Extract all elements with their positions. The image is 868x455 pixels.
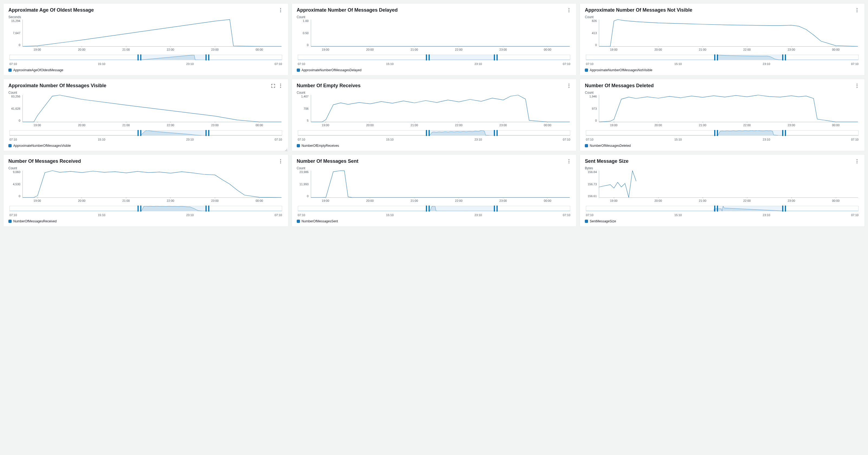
overview-handle[interactable] xyxy=(714,55,715,60)
x-tick-label: 23:00 xyxy=(787,47,795,52)
overview-handle[interactable] xyxy=(426,206,427,212)
overview-handle[interactable] xyxy=(782,130,783,136)
overview-handle[interactable] xyxy=(785,206,786,212)
time-range-overview[interactable] xyxy=(298,130,570,136)
overview-handle[interactable] xyxy=(714,206,715,212)
overview-tick-label: 23:10 xyxy=(763,213,770,217)
overview-handle[interactable] xyxy=(497,206,498,212)
overview-handle[interactable] xyxy=(429,55,430,60)
time-range-overview[interactable] xyxy=(586,130,859,136)
more-menu-icon[interactable] xyxy=(566,159,571,164)
chart-plot-area[interactable]: 1.000.500 19:0020:0021:0022:0023:0000:00 xyxy=(297,20,571,52)
legend-label: NumberOfMessagesReceived xyxy=(13,219,57,223)
chart-legend[interactable]: NumberOfMessagesSent xyxy=(297,219,571,223)
y-tick-label: 7,647 xyxy=(9,32,21,35)
x-tick-label: 19:00 xyxy=(610,47,618,52)
more-menu-icon[interactable] xyxy=(278,84,283,88)
more-menu-icon[interactable] xyxy=(278,8,283,13)
x-tick-label: 22:00 xyxy=(167,47,174,52)
more-menu-icon[interactable] xyxy=(278,159,283,164)
y-tick-label: 0 xyxy=(585,43,598,47)
chart-plot-area[interactable]: 1,9469730 19:0020:0021:0022:0023:0000:00 xyxy=(585,95,860,127)
overview-handle[interactable] xyxy=(208,130,209,136)
x-tick-label: 21:00 xyxy=(699,198,706,203)
overview-ticks: 07:1015:1023:1007:10 xyxy=(9,213,282,217)
overview-tick-label: 07:10 xyxy=(298,138,305,141)
overview-handle[interactable] xyxy=(714,130,715,136)
y-tick-label: 0 xyxy=(9,195,21,198)
overview-tick-label: 15:10 xyxy=(675,62,682,65)
chart-legend[interactable]: NumberOfMessagesDeleted xyxy=(585,144,860,148)
chart-plot-area[interactable]: 156.84156.73156.61 19:0020:0021:0022:002… xyxy=(585,171,860,203)
overview-handle[interactable] xyxy=(785,55,786,60)
chart-legend[interactable]: ApproximateNumberOfMessagesNotVisible xyxy=(585,68,860,72)
time-range-overview[interactable] xyxy=(9,206,282,211)
overview-handle[interactable] xyxy=(494,130,495,136)
overview-handle[interactable] xyxy=(137,206,138,212)
overview-handle[interactable] xyxy=(494,55,495,60)
chart-plot-area[interactable]: 15,2947,6470 19:0020:0021:0022:0023:0000… xyxy=(9,20,283,52)
more-menu-icon[interactable] xyxy=(566,84,571,88)
overview-handle[interactable] xyxy=(429,130,430,136)
overview-handle[interactable] xyxy=(140,55,141,60)
overview-handle[interactable] xyxy=(206,55,207,60)
overview-handle[interactable] xyxy=(208,55,209,60)
overview-tick-label: 07:10 xyxy=(275,138,282,141)
more-menu-icon[interactable] xyxy=(855,84,860,88)
time-range-overview[interactable] xyxy=(298,206,570,211)
chart-plot-area[interactable]: 83,25641,6280 19:0020:0021:0022:0023:000… xyxy=(9,95,283,127)
time-range-overview[interactable] xyxy=(9,55,282,60)
overview-tick-label: 23:10 xyxy=(763,138,770,141)
overview-tick-label: 07:10 xyxy=(9,213,17,217)
overview-handle[interactable] xyxy=(140,206,141,212)
overview-handle[interactable] xyxy=(497,55,498,60)
time-range-overview[interactable] xyxy=(9,130,282,136)
more-menu-icon[interactable] xyxy=(855,159,860,164)
overview-ticks: 07:1015:1023:1007:10 xyxy=(9,138,282,141)
chart-legend[interactable]: NumberOfMessagesReceived xyxy=(8,219,283,223)
overview-ticks: 07:1015:1023:1007:10 xyxy=(586,213,859,217)
chart-legend[interactable]: ApproximateNumberOfMessagesDelayed xyxy=(297,68,571,72)
overview-handle[interactable] xyxy=(206,206,207,212)
chart-legend[interactable]: SentMessageSize xyxy=(585,219,860,223)
chart-plot-area[interactable]: 1,4077065 19:0020:0021:0022:0023:0000:00 xyxy=(297,95,571,127)
resize-handle[interactable] xyxy=(285,148,287,150)
more-menu-icon[interactable] xyxy=(855,8,860,13)
overview-handle[interactable] xyxy=(717,130,718,136)
overview-handle[interactable] xyxy=(782,55,783,60)
overview-handle[interactable] xyxy=(140,130,141,136)
overview-handle[interactable] xyxy=(717,206,718,212)
time-range-overview[interactable] xyxy=(298,55,570,60)
chart-plot-area[interactable]: 23,98611,9930 19:0020:0021:0022:0023:000… xyxy=(297,171,571,203)
chart-legend[interactable]: ApproximateNumberOfMessagesVisible xyxy=(8,144,283,148)
overview-handle[interactable] xyxy=(429,206,430,212)
overview-handle[interactable] xyxy=(137,130,138,136)
chart-plot-area[interactable]: 9,0604,5300 19:0020:0021:0022:0023:0000:… xyxy=(9,171,283,203)
overview-handle[interactable] xyxy=(206,130,207,136)
overview-handle[interactable] xyxy=(426,55,427,60)
chart-legend[interactable]: ApproximateAgeOfOldestMessage xyxy=(8,68,283,72)
overview-handle[interactable] xyxy=(717,55,718,60)
chart-legend[interactable]: NumberOfEmptyReceives xyxy=(297,144,571,148)
x-tick-label: 00:00 xyxy=(255,198,263,203)
overview-tick-label: 07:10 xyxy=(851,62,859,65)
overview-handle[interactable] xyxy=(494,206,495,212)
time-range-overview[interactable] xyxy=(586,206,859,211)
overview-handle[interactable] xyxy=(426,130,427,136)
legend-swatch xyxy=(297,220,300,223)
x-tick-label: 23:00 xyxy=(499,198,507,203)
chart-plot-area[interactable]: 8264130 19:0020:0021:0022:0023:0000:00 xyxy=(585,20,860,52)
x-tick-label: 00:00 xyxy=(255,123,263,127)
legend-swatch xyxy=(297,144,300,147)
expand-icon[interactable] xyxy=(271,84,276,88)
time-range-overview[interactable] xyxy=(586,55,859,60)
overview-handle[interactable] xyxy=(782,206,783,212)
overview-handle[interactable] xyxy=(497,130,498,136)
overview-tick-label: 07:10 xyxy=(586,213,593,217)
overview-handle[interactable] xyxy=(208,206,209,212)
more-menu-icon[interactable] xyxy=(566,8,571,13)
legend-label: NumberOfEmptyReceives xyxy=(302,144,339,148)
x-tick-label: 22:00 xyxy=(743,123,751,127)
overview-handle[interactable] xyxy=(137,55,138,60)
overview-handle[interactable] xyxy=(785,130,786,136)
